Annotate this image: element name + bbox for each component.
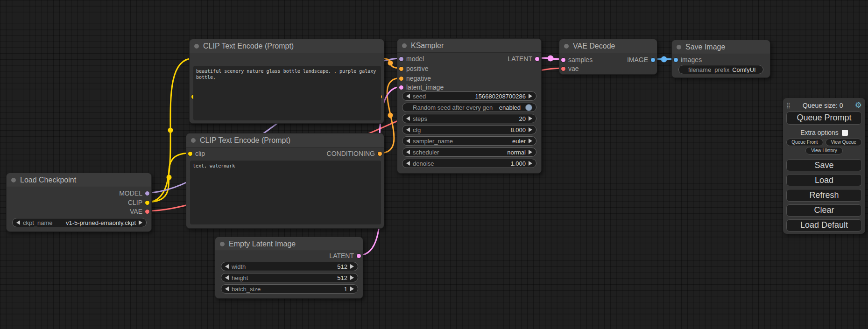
widget-value: 1.000 — [510, 160, 526, 167]
node-title-bar[interactable]: CLIP Text Encode (Prompt) — [186, 133, 384, 147]
node-title: Save Image — [685, 43, 725, 51]
collapse-dot-icon[interactable] — [402, 43, 407, 48]
model-input-slot[interactable] — [399, 57, 403, 61]
node-title-bar[interactable]: Empty Latent Image — [215, 237, 363, 251]
stepper-left-icon[interactable] — [225, 275, 229, 280]
ckpt-name-widget[interactable]: ckpt_name v1-5-pruned-emaonly.ckpt — [12, 218, 147, 227]
clear-button[interactable]: Clear — [786, 204, 862, 217]
stepper-right-icon[interactable] — [529, 94, 532, 98]
widget-value: 512 — [337, 263, 347, 270]
model-output-slot[interactable] — [145, 191, 149, 196]
drag-handle-icon[interactable]: ⣿ — [786, 102, 791, 109]
widget-label: Random seed after every gen — [413, 104, 493, 111]
stepper-right-icon[interactable] — [139, 220, 142, 225]
node-title-bar[interactable]: Save Image — [672, 40, 770, 54]
widget-value: v1-5-pruned-emaonly.ckpt — [66, 219, 136, 226]
stepper-left-icon[interactable] — [225, 287, 229, 291]
stepper-right-icon[interactable] — [529, 161, 532, 166]
prompt-textarea[interactable]: beautiful scenery nature glass bottle la… — [193, 66, 381, 120]
node-title-bar[interactable]: KSampler — [397, 39, 541, 53]
link-dot[interactable] — [388, 61, 393, 66]
stepper-left-icon[interactable] — [406, 139, 410, 143]
latent-image-input-slot[interactable] — [399, 85, 403, 90]
node-graph-canvas[interactable]: CLIP Text Encode (Prompt) clip CONDITION… — [0, 0, 868, 329]
scheduler-widget[interactable]: scheduler normal — [402, 147, 536, 157]
refresh-button[interactable]: Refresh — [786, 189, 862, 201]
node-title: CLIP Text Encode (Prompt) — [203, 42, 294, 50]
width-widget[interactable]: width 512 — [221, 262, 358, 271]
stepper-left-icon[interactable] — [406, 116, 410, 121]
queue-prompt-button[interactable]: Queue Prompt — [786, 112, 862, 124]
collapse-dot-icon[interactable] — [191, 138, 196, 143]
samples-input-slot[interactable] — [561, 58, 565, 62]
height-widget[interactable]: height 512 — [221, 273, 358, 282]
stepper-left-icon[interactable] — [406, 150, 410, 154]
toggle-knob[interactable] — [525, 104, 532, 111]
slot-label: samples — [568, 56, 593, 63]
stepper-left-icon[interactable] — [406, 161, 410, 166]
stepper-right-icon[interactable] — [529, 116, 532, 121]
node-title-bar[interactable]: Load Checkpoint — [7, 173, 151, 187]
node-vae-decode: VAE Decode samples IMAGE vae — [559, 39, 657, 75]
clip-output-slot[interactable] — [145, 201, 149, 205]
image-output-slot[interactable] — [651, 58, 655, 62]
stepper-left-icon[interactable] — [16, 220, 20, 225]
queue-front-button[interactable]: Queue Front — [786, 139, 823, 146]
widget-label: width — [232, 263, 246, 270]
collapse-dot-icon[interactable] — [11, 178, 16, 182]
latent-output-slot[interactable] — [357, 254, 361, 258]
node-clip-text-encode-negative: CLIP Text Encode (Prompt) clip CONDITION… — [186, 133, 384, 229]
node-load-checkpoint: Load Checkpoint MODEL CLIP VAE ckpt_name… — [6, 173, 152, 232]
seed-widget[interactable]: seed 156680208700286 — [402, 91, 536, 101]
view-history-button[interactable]: View History — [805, 147, 843, 154]
stepper-right-icon[interactable] — [350, 287, 354, 291]
prompt-textarea[interactable]: text, watermark — [190, 161, 381, 224]
collapse-dot-icon[interactable] — [220, 242, 225, 246]
view-queue-button[interactable]: View Queue — [826, 139, 862, 146]
random-seed-widget[interactable]: Random seed after every gen enabled — [402, 103, 536, 112]
slot-label: MODEL — [119, 189, 142, 197]
positive-input-slot[interactable] — [399, 67, 403, 71]
settings-gear-icon[interactable]: ⚙ — [855, 101, 862, 109]
stepper-left-icon[interactable] — [225, 264, 229, 269]
stepper-right-icon[interactable] — [529, 127, 532, 132]
link-dot[interactable] — [388, 113, 393, 118]
vae-input-slot[interactable] — [561, 67, 565, 71]
widget-label: batch_size — [232, 286, 261, 293]
stepper-left-icon[interactable] — [406, 127, 410, 132]
collapse-dot-icon[interactable] — [677, 45, 681, 49]
sampler-name-widget[interactable]: sampler_name euler — [402, 136, 536, 146]
stepper-right-icon[interactable] — [350, 275, 354, 280]
link-dot[interactable] — [661, 56, 667, 63]
link-dot[interactable] — [548, 56, 554, 62]
conditioning-output-slot[interactable] — [378, 152, 382, 156]
save-button[interactable]: Save — [786, 159, 862, 171]
link-dot[interactable] — [168, 128, 173, 133]
load-button[interactable]: Load — [786, 174, 862, 186]
steps-widget[interactable]: steps 20 — [402, 114, 536, 123]
latent-output-slot[interactable] — [535, 57, 539, 61]
clip-input-slot[interactable] — [188, 152, 192, 156]
denoise-widget[interactable]: denoise 1.000 — [402, 159, 536, 168]
cfg-widget[interactable]: cfg 8.000 — [402, 125, 536, 134]
negative-input-slot[interactable] — [399, 77, 403, 81]
slot-label: CONDITIONING — [327, 150, 375, 157]
node-title-bar[interactable]: CLIP Text Encode (Prompt) — [190, 39, 384, 53]
images-input-slot[interactable] — [674, 58, 678, 62]
extra-options-checkbox[interactable] — [842, 130, 848, 136]
slot-label: model — [406, 55, 424, 63]
batch-size-widget[interactable]: batch_size 1 — [221, 284, 358, 294]
stepper-right-icon[interactable] — [529, 139, 532, 143]
vae-output-slot[interactable] — [145, 210, 149, 214]
stepper-right-icon[interactable] — [529, 150, 532, 154]
link-dot[interactable] — [167, 175, 172, 180]
collapse-dot-icon[interactable] — [564, 44, 569, 49]
filename-prefix-widget[interactable]: filename_prefix ComfyUI — [678, 65, 763, 74]
node-title-bar[interactable]: VAE Decode — [559, 39, 657, 53]
widget-label: ckpt_name — [23, 219, 53, 226]
stepper-right-icon[interactable] — [350, 264, 354, 269]
collapse-dot-icon[interactable] — [194, 44, 199, 49]
stepper-left-icon[interactable] — [406, 94, 410, 98]
load-default-button[interactable]: Load Default — [786, 219, 862, 231]
slot-label: latent_image — [406, 84, 444, 91]
